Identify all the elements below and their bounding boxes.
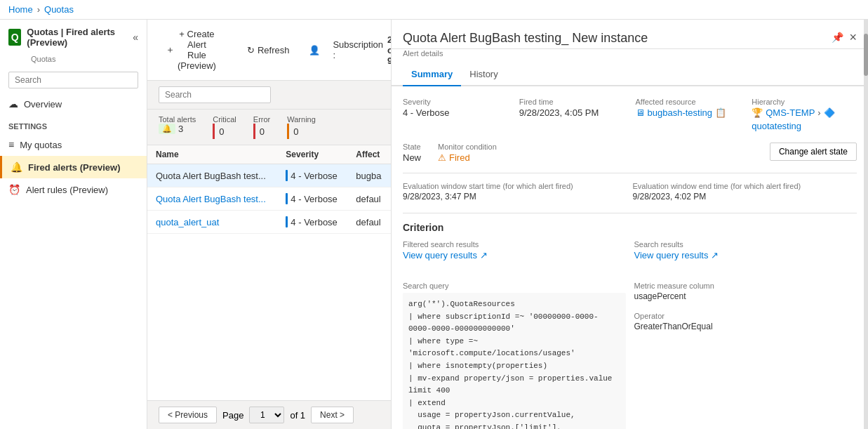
hier-icon2: 🔷 bbox=[824, 107, 835, 118]
external-link-icon-2: ↗ bbox=[711, 250, 719, 260]
sidebar-item-alert-rules[interactable]: ⏰ Alert rules (Preview) bbox=[0, 178, 147, 201]
alert-name-link[interactable]: Quota Alert BugBash test... bbox=[156, 194, 266, 204]
bell-icon: 🔔 bbox=[11, 161, 22, 173]
operator-label: Operator bbox=[634, 312, 857, 320]
table-row[interactable]: Quota Alert BugBash test... 4 - Verbose … bbox=[147, 164, 391, 187]
affected-resource-value: 🖥 bugbash-testing 📋 bbox=[636, 107, 741, 118]
severity-text: 4 - Verbose bbox=[291, 171, 338, 181]
copy-icon[interactable]: 📋 bbox=[715, 107, 726, 118]
sidebar-item-overview[interactable]: ☁ Overview bbox=[0, 93, 147, 115]
list-icon: ≡ bbox=[8, 139, 14, 150]
create-icon: ＋ bbox=[166, 44, 175, 56]
table-row[interactable]: Quota Alert BugBash test... 4 - Verbose … bbox=[147, 187, 391, 211]
monitor-condition-label: Monitor condition bbox=[438, 143, 497, 151]
resource-icon: 🖥 bbox=[636, 107, 645, 118]
metric-measure-value: usagePercent bbox=[634, 291, 857, 301]
search-results-link[interactable]: View query results ↗ bbox=[634, 250, 857, 260]
critical-value: 0 bbox=[213, 124, 236, 139]
sidebar-item-alert-rules-label: Alert rules (Preview) bbox=[26, 185, 108, 195]
filtered-search-link[interactable]: View query results ↗ bbox=[403, 250, 626, 260]
page-label: Page bbox=[222, 410, 243, 421]
subscription-label: Subscription : bbox=[333, 39, 383, 60]
create-alert-rule-button[interactable]: ＋ + Create Alert Rule (Preview) bbox=[159, 25, 223, 74]
severity-label: Severity bbox=[403, 98, 508, 106]
alerts-search-input[interactable] bbox=[159, 86, 271, 103]
detail-header: Quota Alert BugBash testing_ New instanc… bbox=[392, 20, 868, 49]
page-select[interactable]: 1 bbox=[249, 407, 284, 423]
next-button[interactable]: Next > bbox=[311, 407, 354, 423]
total-alerts-count: Total alerts 🔔 3 bbox=[159, 115, 196, 139]
severity-text: 4 - Verbose bbox=[291, 217, 338, 227]
scrollbar-thumb[interactable] bbox=[864, 34, 868, 76]
eval-end-field: Evaluation window end time (for which al… bbox=[633, 182, 857, 202]
refresh-button[interactable]: ↻ Refresh bbox=[240, 41, 297, 59]
severity-bar bbox=[286, 170, 288, 181]
close-button[interactable]: × bbox=[849, 31, 857, 44]
fired-time-label: Fired time bbox=[519, 98, 625, 106]
alert-affect-cell: defaul bbox=[347, 211, 391, 234]
sidebar-item-fired-alerts[interactable]: 🔔 Fired alerts (Preview) bbox=[0, 156, 147, 178]
sidebar-collapse-button[interactable]: « bbox=[133, 32, 138, 43]
critical-bar bbox=[213, 124, 215, 139]
severity-bar bbox=[286, 216, 288, 227]
scrollbar-track bbox=[864, 20, 868, 429]
user-icon-button[interactable]: 👤 bbox=[302, 41, 327, 59]
eval-start-value: 9/28/2023, 3:47 PM bbox=[403, 192, 627, 202]
previous-button[interactable]: < Previous bbox=[159, 407, 217, 423]
main-content: ＋ + Create Alert Rule (Preview) ↻ Refres… bbox=[147, 20, 391, 429]
tab-history[interactable]: History bbox=[461, 63, 506, 86]
total-alerts-label: Total alerts bbox=[159, 115, 196, 124]
filtered-search-label: Filtered search results bbox=[403, 240, 626, 249]
table-row[interactable]: quota_alert_uat 4 - Verbose defaul bbox=[147, 211, 391, 234]
state-field: State New bbox=[403, 143, 421, 163]
sidebar-item-my-quotas-label: My quotas bbox=[20, 140, 62, 150]
sidebar-item-my-quotas[interactable]: ≡ My quotas bbox=[0, 133, 147, 156]
affected-resource-link[interactable]: 🖥 bugbash-testing 📋 bbox=[636, 107, 741, 118]
detail-title: Quota Alert BugBash testing_ New instanc… bbox=[403, 31, 832, 46]
error-value: 0 bbox=[253, 124, 270, 139]
hierarchy-value: 🏆 QMS-TEMP › 🔷 quotatesting bbox=[752, 107, 857, 131]
error-bar bbox=[253, 124, 255, 139]
severity-field: Severity 4 - Verbose bbox=[403, 98, 508, 131]
metric-measure-label: Metric measure column bbox=[634, 282, 857, 290]
detail-body: Severity 4 - Verbose Fired time 9/28/202… bbox=[392, 86, 868, 429]
operator-value: GreaterThanOrEqual bbox=[634, 322, 857, 331]
alert-severity-cell: 4 - Verbose bbox=[277, 164, 347, 187]
change-alert-state-button[interactable]: Change alert state bbox=[770, 143, 857, 161]
warning-bar bbox=[287, 124, 289, 139]
affected-resource-label: Affected resource bbox=[636, 98, 741, 106]
eval-end-label: Evaluation window end time (for which al… bbox=[633, 182, 857, 190]
breadcrumb-quotas[interactable]: Quotas bbox=[44, 4, 74, 15]
settings-section-label: Settings bbox=[0, 115, 147, 133]
alert-name-link[interactable]: quota_alert_uat bbox=[156, 217, 219, 227]
alert-name-cell[interactable]: Quota Alert BugBash test... bbox=[147, 164, 277, 187]
critical-count: Critical 0 bbox=[213, 115, 236, 139]
sidebar-header: Q Quotas | Fired alerts (Preview) « bbox=[0, 20, 147, 55]
quotas-icon: Q bbox=[8, 29, 21, 46]
breadcrumb-home[interactable]: Home bbox=[8, 4, 33, 15]
search-query-value: arg('*').QuotaResources | where subscrip… bbox=[403, 293, 626, 429]
affect-text: defaul bbox=[356, 217, 380, 227]
hierarchy-field: Hierarchy 🏆 QMS-TEMP › 🔷 quotatesting bbox=[752, 98, 857, 131]
warning-value: 0 bbox=[287, 124, 316, 139]
criterion-right: Search results View query results ↗ Metr… bbox=[634, 240, 857, 429]
alert-name-cell[interactable]: Quota Alert BugBash test... bbox=[147, 187, 277, 211]
external-link-icon: ↗ bbox=[480, 250, 488, 260]
fired-time-field: Fired time 9/28/2023, 4:05 PM bbox=[519, 98, 625, 131]
tab-summary[interactable]: Summary bbox=[403, 63, 461, 86]
toolbar: ＋ + Create Alert Rule (Preview) ↻ Refres… bbox=[147, 20, 391, 81]
pin-button[interactable]: 📌 bbox=[832, 31, 843, 44]
alert-name-cell[interactable]: quota_alert_uat bbox=[147, 211, 277, 234]
breadcrumb-sep: › bbox=[37, 4, 40, 15]
alerts-table-container: Name Severity Affect Quota Alert BugBash… bbox=[147, 145, 391, 400]
error-count: Error 0 bbox=[253, 115, 270, 139]
hierarchy-quotatesting-link[interactable]: quotatesting bbox=[752, 121, 801, 131]
hierarchy-qms-link[interactable]: QMS-TEMP bbox=[766, 107, 815, 118]
col-affect: Affect bbox=[347, 145, 391, 164]
sidebar-search-input[interactable] bbox=[8, 72, 138, 88]
state-label: State bbox=[403, 143, 421, 151]
monitor-condition-value: ⚠ Fired bbox=[438, 152, 497, 163]
criterion-section: Criterion Filtered search results View q… bbox=[403, 222, 857, 429]
detail-tabs: Summary History bbox=[392, 63, 868, 86]
alert-affect-cell: defaul bbox=[347, 187, 391, 211]
